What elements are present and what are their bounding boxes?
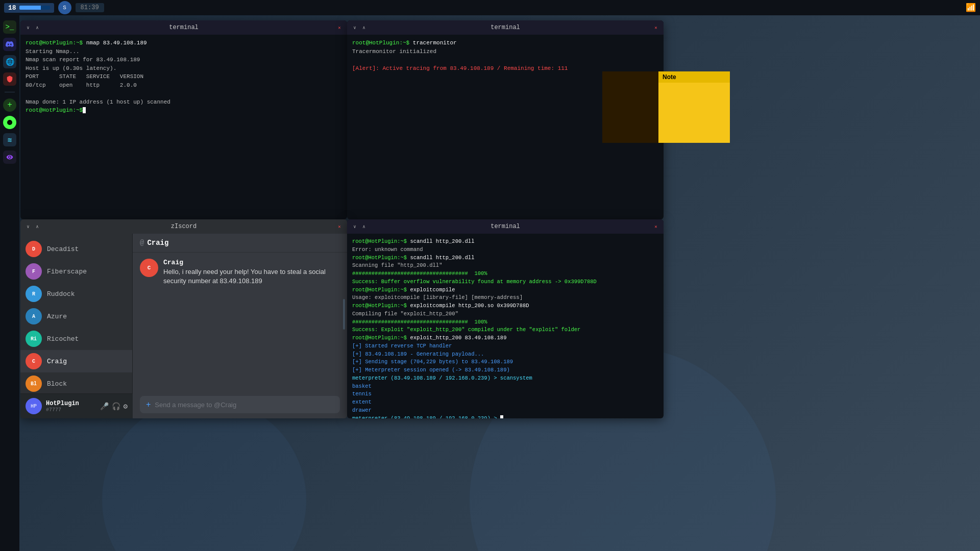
ziscord-body: D Decadist F Fiberscape R Ruddock A Azur…: [20, 234, 347, 418]
bottom-user-tag: #7777: [46, 407, 96, 413]
ziscord-user-craig[interactable]: C Craig: [20, 350, 132, 372]
terminal-scan-result-tennis: tennis: [352, 390, 658, 398]
message-text: Hello, i really need your help! You have…: [163, 267, 340, 286]
maximize-button-3[interactable]: ∧: [360, 223, 368, 230]
username-ricochet: Ricochet: [47, 335, 79, 343]
close-button-z[interactable]: ✕: [336, 223, 343, 230]
ziscord-sidebar: D Decadist F Fiberscape R Ruddock A Azur…: [20, 234, 133, 418]
input-plus-icon[interactable]: +: [146, 400, 151, 409]
terminal-line: Error: unknown command: [352, 246, 658, 254]
close-button-2[interactable]: ✕: [652, 24, 659, 31]
minimize-button-z[interactable]: ∨: [24, 223, 32, 230]
terminal-tracer-body[interactable]: root@HotPlugin:~$ tracermonitor Tracermo…: [347, 35, 664, 77]
terminal-nmap-body[interactable]: root@HotPlugin:~$ nmap 83.49.108.189 Sta…: [20, 35, 347, 119]
minimize-button-1[interactable]: ∨: [24, 24, 32, 31]
terminal-line: Usage: exploitcompile [library-file] [me…: [352, 294, 658, 302]
terminal-line: PORT STATE SERVICE VERSION: [26, 72, 342, 81]
terminal-line: [352, 56, 658, 64]
window-controls-left: ∨ ∧: [24, 24, 41, 31]
ziscord-user-list: D Decadist F Fiberscape R Ruddock A Azur…: [20, 234, 132, 418]
avatar-ricochet: Ri: [26, 331, 42, 347]
sidebar-icon-discord[interactable]: [3, 38, 16, 51]
ziscord-user-block[interactable]: Bl Block: [20, 372, 132, 395]
maximize-button-z[interactable]: ∧: [34, 223, 41, 230]
xp-bar: [19, 6, 50, 10]
username-craig: Craig: [47, 358, 67, 365]
ziscord-user-bottom: HP HotPlugin #7777 🎤 🎧 ⚙: [20, 393, 133, 418]
terminal-scan-result-drawer: drawer: [352, 407, 658, 415]
close-button-3[interactable]: ✕: [652, 223, 659, 230]
avatar-block: Bl: [26, 375, 42, 392]
ziscord-user-fiberscape[interactable]: F Fiberscape: [20, 260, 132, 283]
terminal-tracer-title: terminal: [491, 24, 520, 31]
ziscord-message-input[interactable]: + Send a message to @Craig: [140, 396, 340, 413]
terminal-line: [+] Meterpreter session opened (-> 83.49…: [352, 366, 658, 374]
sidebar-green-button[interactable]: [3, 116, 16, 129]
message-avatar-craig: C: [140, 259, 158, 277]
terminal-line: Success: Buffer overflow vulnerability f…: [352, 278, 658, 286]
ziscord-chat-header: Craig: [133, 234, 347, 253]
window-controls-right: ✕: [336, 24, 343, 31]
sidebar-icon-shield[interactable]: [3, 72, 16, 86]
username-block: Block: [47, 380, 67, 388]
bg-decoration-1: [102, 398, 306, 551]
maximize-button-1[interactable]: ∧: [34, 24, 41, 31]
terminal-exploit-titlebar: ∨ ∧ terminal ✕: [347, 219, 664, 234]
ziscord-user-decadist[interactable]: D Decadist: [20, 238, 132, 260]
message-sender-name: Craig: [163, 259, 340, 266]
ziscord-user-ricochet[interactable]: Ri Ricochet: [20, 328, 132, 350]
terminal-line: [+] Sending stage (704,229 bytes) to 83.…: [352, 358, 658, 366]
terminal-line: #################################### 100…: [352, 318, 658, 327]
avatar-azure: A: [26, 308, 42, 324]
terminal-exploit-body[interactable]: root@HotPlugin:~$ scandll http_200.dll E…: [347, 234, 664, 418]
mic-icon[interactable]: 🎤: [100, 402, 109, 411]
terminal-line: root@HotPlugin:~$ tracermonitor: [352, 39, 658, 47]
taskbar-logo[interactable]: S: [58, 1, 71, 14]
terminal-line: root@HotPlugin:~$ exploit_http_200 83.49…: [352, 334, 658, 342]
terminal-line: root@HotPlugin:~$ scandll http_200.dll: [352, 254, 658, 262]
terminal-line: Starting Nmap...: [26, 47, 342, 56]
terminal-line: [26, 89, 342, 98]
taskbar-level: 18: [4, 3, 54, 13]
close-button-1[interactable]: ✕: [336, 24, 343, 31]
wifi-icon: 📶: [966, 3, 976, 13]
terminal-scan-result-extent: extent: [352, 398, 658, 407]
terminal-nmap-titlebar: ∨ ∧ terminal ✕: [20, 20, 347, 35]
sidebar-icon-wave[interactable]: ≋: [3, 133, 16, 146]
headphone-icon[interactable]: 🎧: [112, 402, 120, 411]
sidebar-add-button[interactable]: +: [3, 98, 16, 112]
terminal-line: root@HotPlugin:~$ exploitcompile: [352, 286, 658, 294]
note-widget: Note: [658, 71, 730, 143]
username-decadist: Decadist: [47, 245, 79, 253]
minimize-button-2[interactable]: ∨: [351, 24, 358, 31]
ziscord-window: ∨ ∧ zIscord ✕ D Decadist F Fiberscape: [20, 219, 347, 418]
ziscord-title: zIscord: [171, 223, 197, 230]
sidebar-icon-globe[interactable]: 🌐: [3, 55, 16, 68]
username-ruddock: Ruddock: [47, 290, 75, 298]
ziscord-input-area: + Send a message to @Craig: [133, 391, 347, 418]
terminal-line: meterpreter (83.49.108.189 / 192.168.0.2…: [352, 374, 658, 383]
sidebar-icon-eye[interactable]: [3, 151, 16, 164]
sidebar-icon-terminal[interactable]: >_: [3, 20, 16, 34]
minimize-button-3[interactable]: ∨: [351, 223, 358, 230]
terminal-line: meterpreter (83.49.108.189 / 192.168.0.2…: [352, 415, 658, 419]
sidebar-icons: >_ 🌐 + ≋: [0, 15, 19, 551]
note-body[interactable]: [658, 83, 730, 91]
window-controls-right-2: ✕: [652, 24, 659, 31]
ziscord-chat: Craig C Craig Hello, i really need your …: [133, 234, 347, 418]
terminal-line: Nmap done: 1 IP address (1 host up) scan…: [26, 98, 342, 107]
bottom-username: HotPlugin: [46, 400, 96, 407]
terminal-line: root@HotPlugin:~$: [26, 106, 342, 115]
window-controls-right-z: ✕: [336, 223, 343, 230]
ziscord-user-azure[interactable]: A Azure: [20, 305, 132, 328]
terminal-line: root@HotPlugin:~$ nmap 83.49.108.189: [26, 39, 342, 47]
terminal-tracer-titlebar: ∨ ∧ terminal ✕: [347, 20, 664, 35]
bottom-avatar: HP: [26, 398, 42, 414]
ziscord-bottom-bar: HP HotPlugin #7777 🎤 🎧 ⚙: [20, 393, 133, 418]
maximize-button-2[interactable]: ∧: [360, 24, 368, 31]
ziscord-user-ruddock[interactable]: R Ruddock: [20, 283, 132, 305]
terminal-scan-result-basket: basket: [352, 383, 658, 391]
chat-channel-name: Craig: [147, 239, 168, 247]
terminal-line: root@HotPlugin:~$ scandll http_200.dll: [352, 238, 658, 246]
settings-icon[interactable]: ⚙: [124, 402, 128, 411]
